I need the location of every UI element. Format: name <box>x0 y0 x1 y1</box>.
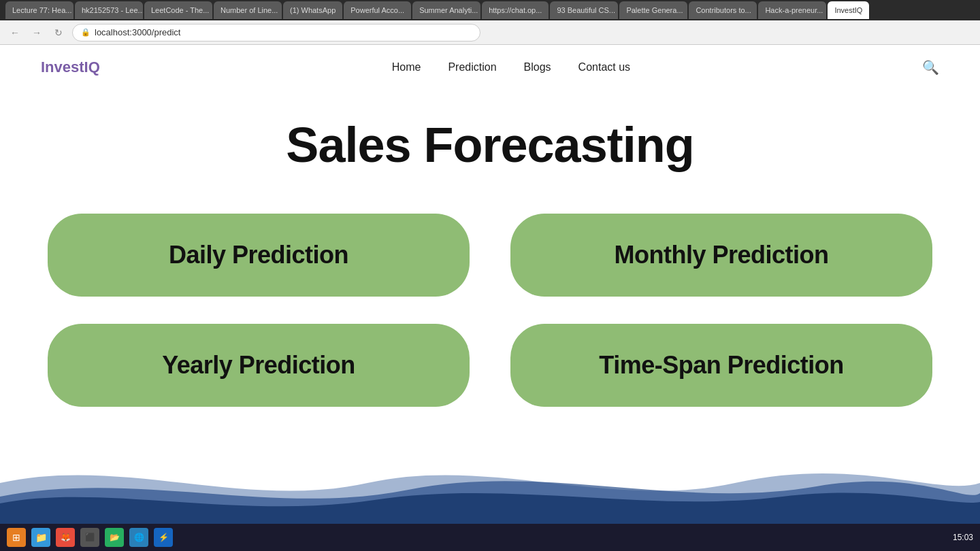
taskbar-clock: 15:03 <box>953 533 973 542</box>
taskbar-time: 15:03 <box>953 533 973 542</box>
taskbar-app-1[interactable]: ⊞ <box>7 528 26 547</box>
taskbar-app-3[interactable]: 🦊 <box>56 528 75 547</box>
navbar: InvestIQ Home Prediction Blogs Contact u… <box>0 45 980 90</box>
taskbar-app-5[interactable]: 📂 <box>105 528 124 547</box>
monthly-prediction-button[interactable]: Monthly Prediction <box>510 214 932 297</box>
browser-tab[interactable]: InvestIQ <box>828 1 869 19</box>
logo[interactable]: InvestIQ <box>41 59 100 76</box>
browser-tab[interactable]: https://chat.op... <box>482 1 549 19</box>
browser-tab[interactable]: hk2152573 - Lee... <box>75 1 143 19</box>
yearly-prediction-button[interactable]: Yearly Prediction <box>48 324 470 407</box>
nav-links: Home Prediction Blogs Contact us <box>392 61 630 73</box>
browser-tab[interactable]: LeetCode - The... <box>144 1 212 19</box>
taskbar-app-7[interactable]: ⚡ <box>154 528 173 547</box>
page-title: Sales Forecasting <box>286 117 693 173</box>
browser-tab[interactable]: (1) WhatsApp <box>283 1 342 19</box>
browser-tab[interactable]: Powerful Acco... <box>344 1 411 19</box>
prediction-grid: Daily Prediction Monthly Prediction Year… <box>48 214 932 407</box>
timespan-prediction-button[interactable]: Time-Span Prediction <box>510 324 932 407</box>
taskbar-app-4[interactable]: ⬛ <box>80 528 99 547</box>
browser-tabs: Lecture 77: Hea...hk2152573 - Lee...Leet… <box>0 0 980 20</box>
browser-tab[interactable]: Number of Line... <box>214 1 282 19</box>
address-text: localhost:3000/predict <box>95 27 180 37</box>
nav-prediction[interactable]: Prediction <box>448 61 496 73</box>
taskbar-app-6[interactable]: 🌐 <box>129 528 148 547</box>
browser-tab[interactable]: Summer Analyti... <box>412 1 480 19</box>
browser-tab[interactable]: 93 Beautiful CS... <box>550 1 618 19</box>
search-button[interactable]: 🔍 <box>922 59 939 76</box>
browser-tab[interactable]: Contributors to... <box>689 1 757 19</box>
taskbar-apps: ⊞ 📁 🦊 ⬛ 📂 🌐 ⚡ <box>7 528 173 547</box>
nav-home[interactable]: Home <box>392 61 421 73</box>
reload-button[interactable]: ↻ <box>50 24 67 41</box>
main-content: Sales Forecasting Daily Prediction Month… <box>0 90 980 434</box>
daily-prediction-button[interactable]: Daily Prediction <box>48 214 470 297</box>
lock-icon: 🔒 <box>81 28 91 37</box>
browser-tab[interactable]: Lecture 77: Hea... <box>5 1 74 19</box>
browser-tab[interactable]: Palette Genera... <box>619 1 687 19</box>
browser-tab[interactable]: Hack-a-preneur... <box>758 1 826 19</box>
taskbar: ⊞ 📁 🦊 ⬛ 📂 🌐 ⚡ 15:03 <box>0 524 980 551</box>
address-bar[interactable]: 🔒 localhost:3000/predict <box>72 24 480 41</box>
nav-contact[interactable]: Contact us <box>578 61 630 73</box>
back-button[interactable]: ← <box>7 24 23 41</box>
browser-toolbar: ← → ↻ 🔒 localhost:3000/predict <box>0 20 980 45</box>
wave-footer <box>0 442 980 524</box>
taskbar-app-2[interactable]: 📁 <box>31 528 50 547</box>
forward-button[interactable]: → <box>29 24 45 41</box>
nav-blogs[interactable]: Blogs <box>524 61 551 73</box>
search-icon: 🔍 <box>922 60 939 75</box>
